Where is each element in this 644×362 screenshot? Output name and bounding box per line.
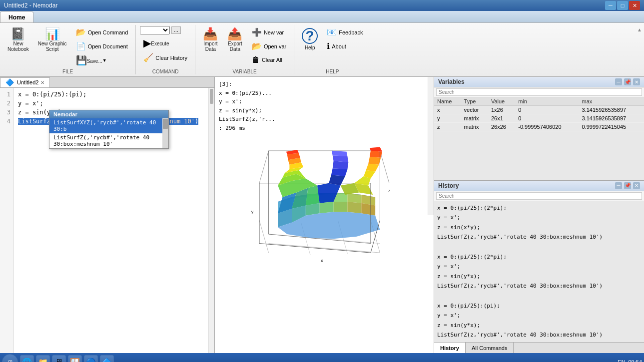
open-document-button[interactable]: 📄 Open Document — [72, 40, 132, 52]
list-item[interactable]: z = sin(x*y); — [437, 223, 641, 233]
execute-button[interactable]: ▶ Execute — [140, 36, 191, 50]
autocomplete-item-0[interactable]: ListSurfXYZ(,'rycb#','rotate 40 30:b — [49, 118, 168, 133]
help-actions: 📧 Feedback ℹ About — [323, 26, 366, 52]
svg-text:z: z — [388, 188, 391, 193]
variables-minimize-btn[interactable]: ─ — [615, 78, 622, 85]
help-group-items: ? Help 📧 Feedback ℹ About — [298, 25, 366, 68]
var-value: 1x26 — [488, 106, 515, 114]
execute-icon: ▶ — [143, 38, 151, 48]
editor-scrollbar[interactable] — [208, 88, 214, 353]
autocomplete-dropdown: Nemodar ListSurfXYZ(,'rycb#','rotate 40 … — [49, 110, 169, 149]
save-button[interactable]: 💾 Save... ▼ — [72, 54, 132, 67]
var-max: 0.9999722415045 — [579, 123, 644, 131]
list-item[interactable]: ListSurfZ(z,'rycb#','rotate 40 30:box:me… — [437, 330, 641, 340]
list-item[interactable]: y = x'; — [437, 262, 641, 272]
taskbar-right: EN 09:54 — [618, 359, 642, 362]
history-search-input[interactable] — [436, 192, 642, 200]
file-group-label: FILE — [62, 69, 73, 74]
output-body: [3]: x = 0:(pi/25)... y = x'; z = sin(y*… — [215, 77, 434, 353]
list-item[interactable] — [437, 291, 641, 301]
list-item[interactable]: y = x'; — [437, 311, 641, 321]
editor-tab-untitled2[interactable]: 🔷 Untitled2 ✕ — [0, 77, 50, 87]
table-row[interactable]: z matrix 26x26 -0.999957406020 0.9999722… — [434, 123, 644, 131]
history-minimize-btn[interactable]: ─ — [615, 182, 622, 189]
main-area: 🔷 Untitled2 ✕ 1 2 3 4 x = 0:(pi/25):(pi)… — [0, 77, 644, 353]
taskbar-explorer-icon[interactable]: 📁 — [36, 355, 50, 362]
svg-marker-45 — [368, 156, 381, 164]
history-close-btn[interactable]: ✕ — [633, 182, 640, 189]
list-item[interactable]: x = 0:(pi/25):(2*pi); — [437, 203, 641, 213]
output-line-3: z = sin(y*x); — [219, 106, 430, 115]
save-icon: 💾 — [76, 56, 87, 65]
export-data-button[interactable]: 📤 ExportData — [224, 26, 246, 54]
svg-text:y: y — [251, 209, 254, 214]
col-type: Type — [461, 97, 488, 106]
taskbar-ie-icon[interactable]: 🌐 — [20, 355, 34, 362]
taskbar-app1-icon[interactable]: 🔵 — [84, 355, 98, 362]
variables-pin-btn[interactable]: 📌 — [624, 78, 631, 85]
variables-search-input[interactable] — [436, 88, 642, 96]
variables-table: Name Type Value min max x vector 1x26 0 … — [434, 97, 644, 131]
history-pin-btn[interactable]: 📌 — [624, 182, 631, 189]
taskbar-windows-icon[interactable]: 🪟 — [68, 355, 82, 362]
new-var-button[interactable]: ➕ New var — [248, 26, 290, 38]
list-item[interactable]: ListSurfZ(z,'rycb#','rotate 40 30:box:me… — [437, 232, 641, 242]
tab-close-button[interactable]: ✕ — [40, 80, 44, 85]
ribbon-group-help: ? Help 📧 Feedback ℹ About HELP — [294, 25, 370, 74]
svg-marker-53 — [347, 202, 361, 213]
svg-marker-37 — [333, 161, 349, 169]
start-button[interactable]: ⊞ — [2, 354, 18, 362]
open-save-group: 📂 Open Command 📄 Open Document 💾 Save...… — [72, 26, 132, 67]
title-text: Untitled2 - Nemodar — [4, 2, 57, 9]
table-row[interactable]: x vector 1x26 0 3.1415926535897 — [434, 106, 644, 114]
open-command-button[interactable]: 📂 Open Command — [72, 26, 132, 38]
list-item[interactable]: ListSurfZ(z,'rycb#','rotate 40 30:box:me… — [437, 281, 641, 291]
command-dropdown[interactable] — [140, 26, 170, 34]
new-notebook-button[interactable]: 📓 NewNotebook — [4, 26, 32, 54]
tab-home[interactable]: Home — [0, 11, 33, 22]
about-icon: ℹ — [327, 41, 330, 51]
var-min: 0 — [515, 114, 579, 123]
svg-marker-46 — [370, 150, 382, 157]
history-tabs: History All Commands — [434, 342, 644, 353]
ribbon: Home 📓 NewNotebook 📊 New GraphicScript 📂… — [0, 11, 644, 77]
close-button[interactable]: ✕ — [629, 1, 640, 10]
autocomplete-list: ListSurfXYZ(,'rycb#','rotate 40 30:b Lis… — [49, 118, 168, 148]
table-row[interactable]: y matrix 26x1 0 3.1415926535897 — [434, 114, 644, 123]
clear-all-button[interactable]: 🗑 Clear All — [248, 54, 290, 66]
list-item[interactable]: z = sin(y*x); — [437, 272, 641, 282]
maximize-button[interactable]: □ — [617, 1, 628, 10]
svg-marker-21 — [347, 193, 361, 203]
help-button[interactable]: ? Help — [298, 26, 321, 52]
list-item[interactable]: y = x'; — [437, 213, 641, 223]
history-panel-header: History ─ 📌 ✕ — [434, 181, 644, 191]
taskbar-monitor-icon[interactable]: 🖥 — [52, 355, 66, 362]
output-line-0: [3]: — [219, 80, 430, 89]
feedback-button[interactable]: 📧 Feedback — [323, 26, 366, 38]
dropdown-go-button[interactable]: ... — [171, 26, 180, 34]
taskbar-nemodar-icon[interactable]: 🔷 — [100, 355, 114, 362]
open-document-icon: 📄 — [76, 41, 86, 51]
var-actions: ➕ New var 📂 Open var 🗑 Clear All — [248, 26, 290, 66]
history-tab-history[interactable]: History — [434, 343, 466, 353]
minimize-button[interactable]: ─ — [605, 1, 616, 10]
list-item[interactable]: x = 0:(pi/25):(2*pi); — [437, 252, 641, 262]
list-item[interactable]: x = 0:(pi/25):(pi); — [437, 301, 641, 311]
variables-close-btn[interactable]: ✕ — [633, 78, 640, 85]
new-script-button[interactable]: 📊 New GraphicScript — [34, 26, 70, 54]
autocomplete-item-1[interactable]: ListSurfZ(,'rycb#','rotate 40 30:box:mes… — [49, 133, 168, 148]
clear-history-button[interactable]: 🧹 Clear History — [140, 51, 191, 64]
var-value: 26x1 — [488, 114, 515, 123]
import-data-button[interactable]: 📥 ImportData — [199, 26, 222, 54]
history-tab-all-commands[interactable]: All Commands — [466, 343, 514, 353]
var-type: matrix — [461, 123, 488, 131]
col-name: Name — [434, 97, 461, 106]
variables-panel: Variables ─ 📌 ✕ Name Type Value — [434, 77, 644, 181]
list-item[interactable] — [437, 242, 641, 252]
about-button[interactable]: ℹ About — [323, 40, 366, 52]
open-var-button[interactable]: 📂 Open var — [248, 40, 290, 52]
code-line-1: x = 0:(pi/25):(pi); — [18, 90, 210, 99]
list-item[interactable]: z = sin(y*x); — [437, 321, 641, 331]
autocomplete-scrollbar[interactable] — [162, 118, 168, 148]
variables-table-container: Name Type Value min max x vector 1x26 0 … — [434, 97, 644, 180]
